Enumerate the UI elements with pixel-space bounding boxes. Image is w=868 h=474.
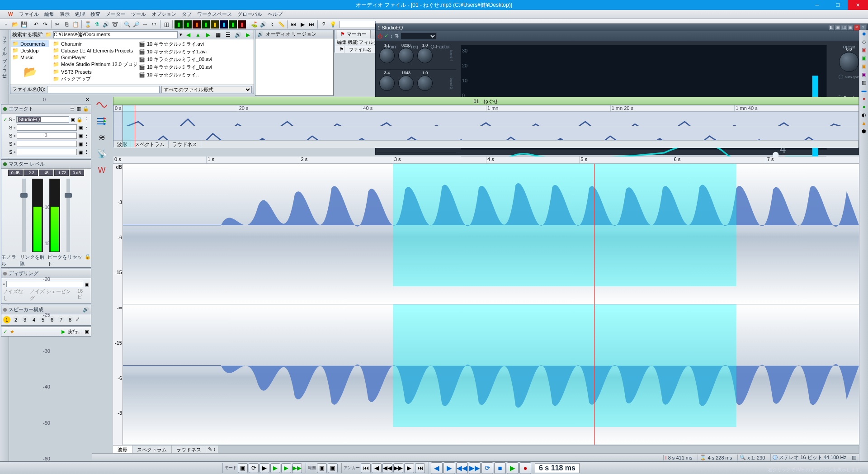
loop-button[interactable]: ⟳ [481, 462, 493, 474]
filename-input[interactable] [47, 86, 160, 93]
dropdown-icon[interactable]: ▾ [179, 32, 182, 38]
menu-analyze[interactable]: 検査 [88, 10, 103, 19]
peak-reset-button[interactable]: ピークをリセット [47, 254, 85, 267]
menu-global[interactable]: グローバル [235, 10, 265, 19]
anchor-btn[interactable]: ⏭ [415, 463, 425, 473]
eq-titlebar[interactable]: 1:StudioEQ ◧ ▣ ◫ ▣ ✕ ? [376, 24, 868, 31]
edit-icon[interactable]: ▣ [78, 133, 83, 139]
new-icon[interactable]: ▫ [2, 20, 10, 28]
select-icon[interactable]: ◫ [162, 20, 170, 28]
cut-icon[interactable]: ✂ [53, 20, 61, 28]
eq-btn3[interactable]: ◫ [841, 25, 847, 30]
menu-file[interactable]: ファイル [16, 10, 42, 19]
solo-button[interactable]: S [9, 141, 12, 147]
wave-timeline[interactable]: 0 s1 s2 s3 s4 s5 s6 s7 s [113, 156, 859, 164]
eq-link-icon[interactable]: ↕ [390, 33, 393, 39]
menu-process[interactable]: 処理 [72, 10, 88, 19]
file-item[interactable]: 🎬10 キラ☆クル♪ミライ_01.avi [137, 63, 223, 71]
marker-col-file[interactable]: ファイル名 [344, 46, 377, 53]
wave-icon[interactable]: W [95, 164, 108, 176]
eq-btn1[interactable]: ◧ [829, 25, 834, 30]
file-item[interactable]: GomPlayer [51, 54, 137, 61]
file-item[interactable]: Charamin [51, 40, 137, 47]
lock-icon[interactable]: 🔒 [76, 117, 83, 123]
grip-icon[interactable]: ⋮ [84, 117, 89, 123]
redo-icon[interactable]: ↷ [41, 20, 49, 28]
edit-icon[interactable]: ▣ [78, 125, 83, 131]
speaker-3[interactable]: 3 [21, 316, 28, 323]
spectrum1-icon[interactable]: ▮ [175, 20, 183, 28]
mono-button[interactable]: モノラル [1, 254, 20, 267]
undo-icon[interactable]: ↶ [32, 20, 40, 28]
edit-icon[interactable]: ▣ [71, 117, 75, 123]
panel-close-icon[interactable]: ✕ [85, 97, 90, 104]
check-icon[interactable]: ✓ [3, 329, 7, 335]
lock-icon[interactable]: 🔒 [85, 254, 91, 267]
mode-btn[interactable]: ▶ [270, 463, 280, 473]
stop-button[interactable]: ■ [494, 462, 506, 474]
edit-icon[interactable]: ▣ [78, 141, 83, 147]
paste-icon[interactable]: 📋 [71, 20, 80, 28]
marker-menu-edit[interactable]: 編集 [337, 39, 347, 46]
speaker-icon[interactable]: 🔊 [83, 307, 89, 313]
fader-right[interactable] [66, 179, 70, 252]
toolbar-search-input[interactable] [340, 21, 376, 28]
grid-icon[interactable]: ▦ [214, 31, 222, 39]
file-item[interactable]: 🎬10 キラ☆クル♪ミライ1.avi [137, 48, 223, 56]
spectrum7-icon[interactable]: ▮ [229, 20, 237, 28]
open-icon[interactable]: 📂 [11, 20, 19, 28]
marker-menu-func[interactable]: 機能 [348, 39, 358, 46]
re-icon[interactable]: ▣ [860, 55, 868, 62]
solo-button[interactable]: S [9, 149, 12, 155]
re-icon[interactable]: ● [860, 104, 868, 111]
tab-wave[interactable]: 波形 [113, 446, 132, 453]
q-knob[interactable]: 1.0 [417, 48, 433, 63]
spectrum3-icon[interactable]: ▮ [193, 20, 201, 28]
freq-knob[interactable]: 1648 [398, 76, 414, 91]
hourglass-icon[interactable]: ⌛ [84, 20, 92, 28]
rewind-button[interactable]: ◀◀ [456, 462, 468, 474]
menu-tools[interactable]: ツール [128, 10, 149, 19]
mode-btn[interactable]: ▶▶ [292, 463, 302, 473]
record-button[interactable]: ● [519, 462, 531, 474]
speaker-4[interactable]: 4 [30, 316, 38, 323]
play-icon[interactable]: ▶ [298, 20, 307, 28]
maximize-button[interactable]: ☐ [827, 0, 848, 10]
q-knob[interactable]: 1.0 [417, 76, 433, 91]
re-icon[interactable]: ▥ [860, 80, 868, 87]
zoom-out-icon[interactable]: 🔎 [132, 20, 140, 28]
star-icon[interactable]: ★ [10, 329, 14, 335]
play-button[interactable]: ▶ [443, 462, 455, 474]
menu-view[interactable]: 表示 [57, 10, 72, 19]
skip-back-button[interactable]: ◀ [431, 462, 443, 474]
edit-icon[interactable]: ▣ [85, 281, 89, 287]
re-icon[interactable]: ▣ [860, 47, 868, 54]
fader-left[interactable] [22, 179, 26, 252]
play-icon[interactable]: ▶ [244, 31, 252, 39]
tab-spectrum[interactable]: スペクトラム [132, 446, 172, 453]
panel-menu-icon[interactable]: ☰ [70, 106, 75, 112]
play-icon[interactable]: ▶ [61, 329, 65, 335]
output-gain-knob[interactable]: 0.0 [839, 52, 859, 72]
freq-knob[interactable]: 8220 [398, 48, 414, 63]
ov-tab-spectrum[interactable]: スペクトラム [131, 141, 169, 148]
eq-link2-icon[interactable]: ⇅ [395, 33, 399, 39]
speaker-icon[interactable]: 🔊 [102, 20, 110, 28]
arrows-icon[interactable] [95, 115, 108, 128]
gain-knob[interactable]: 1.1 [379, 48, 395, 63]
file-item[interactable]: Movie Studio Platinum 12.0 プロジェクト [51, 61, 137, 68]
file-item[interactable]: 🎬10 キラ☆クル♪ミライ.. [137, 71, 223, 79]
range-btn[interactable]: ▣ [328, 463, 338, 473]
re-icon[interactable]: ▬ [860, 88, 868, 95]
more-icon[interactable]: ▣ [85, 329, 89, 335]
help-icon[interactable]: ? [320, 20, 328, 28]
solo-button[interactable]: S [9, 133, 12, 138]
mode-btn[interactable]: ▣ [238, 463, 248, 473]
re-icon[interactable]: ◐ [860, 112, 868, 119]
re-icon[interactable]: ▣ [860, 71, 868, 79]
grip-icon[interactable]: ⋮ [84, 141, 89, 147]
file-item[interactable]: バックアップ [51, 75, 137, 83]
speaker-2[interactable]: 2 [12, 316, 19, 323]
config-icon[interactable]: ▥ [852, 455, 856, 460]
speaker-1[interactable]: 1 [3, 316, 10, 323]
